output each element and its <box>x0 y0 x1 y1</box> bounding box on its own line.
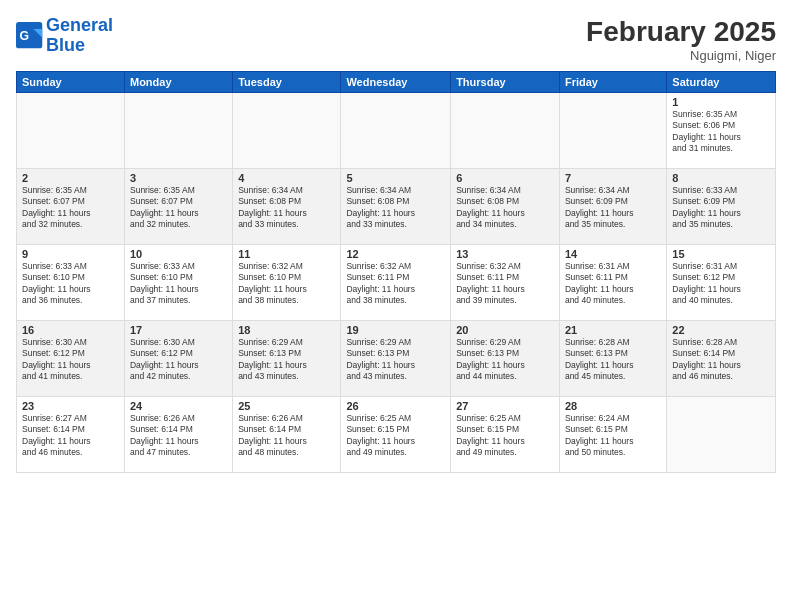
day-cell <box>124 93 232 169</box>
day-info: Sunrise: 6:29 AM Sunset: 6:13 PM Dayligh… <box>456 337 554 383</box>
day-info: Sunrise: 6:30 AM Sunset: 6:12 PM Dayligh… <box>22 337 119 383</box>
week-row-0: 1Sunrise: 6:35 AM Sunset: 6:06 PM Daylig… <box>17 93 776 169</box>
day-info: Sunrise: 6:34 AM Sunset: 6:08 PM Dayligh… <box>238 185 335 231</box>
month-title: February 2025 <box>586 16 776 48</box>
day-cell <box>451 93 560 169</box>
day-cell: 11Sunrise: 6:32 AM Sunset: 6:10 PM Dayli… <box>233 245 341 321</box>
day-cell: 4Sunrise: 6:34 AM Sunset: 6:08 PM Daylig… <box>233 169 341 245</box>
day-info: Sunrise: 6:32 AM Sunset: 6:11 PM Dayligh… <box>456 261 554 307</box>
day-number: 16 <box>22 324 119 336</box>
day-number: 13 <box>456 248 554 260</box>
page: G General Blue February 2025 Nguigmi, Ni… <box>0 0 792 612</box>
day-cell: 20Sunrise: 6:29 AM Sunset: 6:13 PM Dayli… <box>451 321 560 397</box>
day-cell <box>17 93 125 169</box>
day-info: Sunrise: 6:34 AM Sunset: 6:08 PM Dayligh… <box>346 185 445 231</box>
col-monday: Monday <box>124 72 232 93</box>
week-row-2: 9Sunrise: 6:33 AM Sunset: 6:10 PM Daylig… <box>17 245 776 321</box>
header: G General Blue February 2025 Nguigmi, Ni… <box>16 16 776 63</box>
day-info: Sunrise: 6:32 AM Sunset: 6:10 PM Dayligh… <box>238 261 335 307</box>
day-number: 25 <box>238 400 335 412</box>
calendar-body: 1Sunrise: 6:35 AM Sunset: 6:06 PM Daylig… <box>17 93 776 473</box>
day-cell: 22Sunrise: 6:28 AM Sunset: 6:14 PM Dayli… <box>667 321 776 397</box>
col-wednesday: Wednesday <box>341 72 451 93</box>
day-info: Sunrise: 6:26 AM Sunset: 6:14 PM Dayligh… <box>130 413 227 459</box>
day-info: Sunrise: 6:31 AM Sunset: 6:11 PM Dayligh… <box>565 261 661 307</box>
day-cell: 21Sunrise: 6:28 AM Sunset: 6:13 PM Dayli… <box>559 321 666 397</box>
week-row-4: 23Sunrise: 6:27 AM Sunset: 6:14 PM Dayli… <box>17 397 776 473</box>
day-number: 5 <box>346 172 445 184</box>
day-number: 11 <box>238 248 335 260</box>
day-number: 23 <box>22 400 119 412</box>
day-number: 4 <box>238 172 335 184</box>
day-number: 15 <box>672 248 770 260</box>
day-info: Sunrise: 6:33 AM Sunset: 6:09 PM Dayligh… <box>672 185 770 231</box>
day-info: Sunrise: 6:28 AM Sunset: 6:14 PM Dayligh… <box>672 337 770 383</box>
day-number: 1 <box>672 96 770 108</box>
day-cell <box>559 93 666 169</box>
col-saturday: Saturday <box>667 72 776 93</box>
day-info: Sunrise: 6:24 AM Sunset: 6:15 PM Dayligh… <box>565 413 661 459</box>
day-cell: 6Sunrise: 6:34 AM Sunset: 6:08 PM Daylig… <box>451 169 560 245</box>
col-thursday: Thursday <box>451 72 560 93</box>
svg-text:G: G <box>20 28 30 42</box>
day-number: 3 <box>130 172 227 184</box>
day-cell: 2Sunrise: 6:35 AM Sunset: 6:07 PM Daylig… <box>17 169 125 245</box>
day-cell: 3Sunrise: 6:35 AM Sunset: 6:07 PM Daylig… <box>124 169 232 245</box>
week-row-1: 2Sunrise: 6:35 AM Sunset: 6:07 PM Daylig… <box>17 169 776 245</box>
day-info: Sunrise: 6:29 AM Sunset: 6:13 PM Dayligh… <box>346 337 445 383</box>
calendar-header: Sunday Monday Tuesday Wednesday Thursday… <box>17 72 776 93</box>
day-number: 6 <box>456 172 554 184</box>
day-info: Sunrise: 6:27 AM Sunset: 6:14 PM Dayligh… <box>22 413 119 459</box>
day-info: Sunrise: 6:33 AM Sunset: 6:10 PM Dayligh… <box>22 261 119 307</box>
col-friday: Friday <box>559 72 666 93</box>
day-number: 19 <box>346 324 445 336</box>
day-cell: 17Sunrise: 6:30 AM Sunset: 6:12 PM Dayli… <box>124 321 232 397</box>
logo-line1: General <box>46 15 113 35</box>
location: Nguigmi, Niger <box>586 48 776 63</box>
day-number: 22 <box>672 324 770 336</box>
day-number: 7 <box>565 172 661 184</box>
day-info: Sunrise: 6:32 AM Sunset: 6:11 PM Dayligh… <box>346 261 445 307</box>
day-cell: 10Sunrise: 6:33 AM Sunset: 6:10 PM Dayli… <box>124 245 232 321</box>
day-cell <box>667 397 776 473</box>
day-number: 27 <box>456 400 554 412</box>
day-info: Sunrise: 6:30 AM Sunset: 6:12 PM Dayligh… <box>130 337 227 383</box>
day-cell: 28Sunrise: 6:24 AM Sunset: 6:15 PM Dayli… <box>559 397 666 473</box>
day-info: Sunrise: 6:35 AM Sunset: 6:06 PM Dayligh… <box>672 109 770 155</box>
day-cell: 12Sunrise: 6:32 AM Sunset: 6:11 PM Dayli… <box>341 245 451 321</box>
logo: G General Blue <box>16 16 113 56</box>
day-cell: 13Sunrise: 6:32 AM Sunset: 6:11 PM Dayli… <box>451 245 560 321</box>
day-cell: 24Sunrise: 6:26 AM Sunset: 6:14 PM Dayli… <box>124 397 232 473</box>
day-info: Sunrise: 6:29 AM Sunset: 6:13 PM Dayligh… <box>238 337 335 383</box>
day-info: Sunrise: 6:35 AM Sunset: 6:07 PM Dayligh… <box>22 185 119 231</box>
day-info: Sunrise: 6:28 AM Sunset: 6:13 PM Dayligh… <box>565 337 661 383</box>
day-number: 8 <box>672 172 770 184</box>
day-number: 14 <box>565 248 661 260</box>
logo-text: General Blue <box>46 16 113 56</box>
day-info: Sunrise: 6:34 AM Sunset: 6:09 PM Dayligh… <box>565 185 661 231</box>
day-info: Sunrise: 6:25 AM Sunset: 6:15 PM Dayligh… <box>456 413 554 459</box>
day-cell: 7Sunrise: 6:34 AM Sunset: 6:09 PM Daylig… <box>559 169 666 245</box>
day-number: 18 <box>238 324 335 336</box>
day-cell: 8Sunrise: 6:33 AM Sunset: 6:09 PM Daylig… <box>667 169 776 245</box>
day-number: 10 <box>130 248 227 260</box>
col-sunday: Sunday <box>17 72 125 93</box>
col-tuesday: Tuesday <box>233 72 341 93</box>
day-cell <box>233 93 341 169</box>
day-cell: 14Sunrise: 6:31 AM Sunset: 6:11 PM Dayli… <box>559 245 666 321</box>
day-cell: 23Sunrise: 6:27 AM Sunset: 6:14 PM Dayli… <box>17 397 125 473</box>
day-cell: 1Sunrise: 6:35 AM Sunset: 6:06 PM Daylig… <box>667 93 776 169</box>
title-block: February 2025 Nguigmi, Niger <box>586 16 776 63</box>
header-row: Sunday Monday Tuesday Wednesday Thursday… <box>17 72 776 93</box>
day-info: Sunrise: 6:26 AM Sunset: 6:14 PM Dayligh… <box>238 413 335 459</box>
day-number: 28 <box>565 400 661 412</box>
logo-line2: Blue <box>46 35 85 55</box>
day-number: 21 <box>565 324 661 336</box>
day-cell <box>341 93 451 169</box>
day-number: 20 <box>456 324 554 336</box>
day-info: Sunrise: 6:33 AM Sunset: 6:10 PM Dayligh… <box>130 261 227 307</box>
calendar: Sunday Monday Tuesday Wednesday Thursday… <box>16 71 776 473</box>
day-cell: 5Sunrise: 6:34 AM Sunset: 6:08 PM Daylig… <box>341 169 451 245</box>
logo-icon: G <box>16 22 44 50</box>
day-cell: 9Sunrise: 6:33 AM Sunset: 6:10 PM Daylig… <box>17 245 125 321</box>
